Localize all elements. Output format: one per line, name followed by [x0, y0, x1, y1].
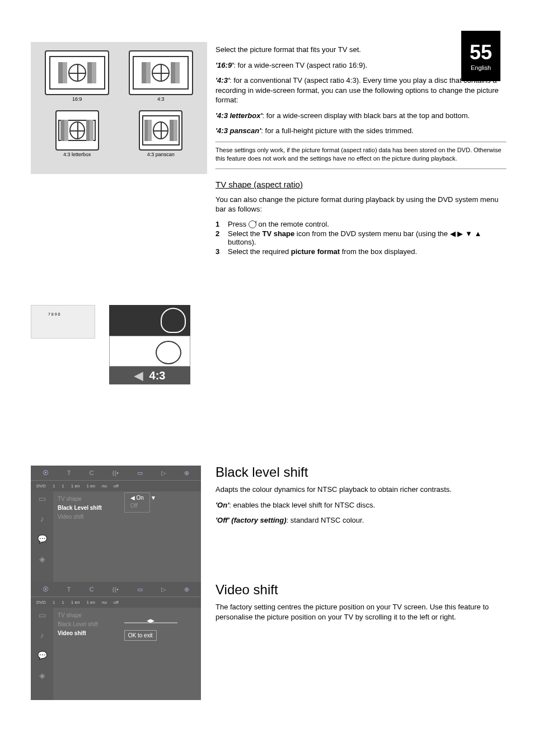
menu-icon: ((• [113, 469, 119, 476]
intro-text: Select the picture format that fits your… [216, 45, 507, 55]
arrow-keys-icon: ◀ ▶ ▼ ▲ [450, 229, 482, 238]
menu-item: TV shape [58, 612, 196, 618]
menu-icon: C [90, 469, 94, 476]
ok-to-exit: OK to exit [124, 630, 157, 641]
menu-option-box: On Off [124, 492, 150, 513]
dvd-label: DVD [36, 600, 46, 605]
tv-4-3-panscan [139, 110, 182, 151]
menu-icon: ⊕ [184, 469, 189, 477]
zoom-preview: 4:3 [109, 305, 190, 384]
menu-icon: ⊕ [184, 586, 189, 593]
menu-icon: ▭ [137, 586, 143, 593]
tv-16-9 [45, 50, 109, 95]
menu-icon: T [67, 586, 71, 593]
video-shift-head: Video shift [216, 582, 507, 598]
system-menu-icon [249, 220, 256, 228]
menu-icon: ▭ [137, 469, 143, 477]
black-level-head: Black level shift [216, 464, 507, 480]
picture-icon: ▭ [39, 611, 46, 619]
aspect-head: TV shape (aspect ratio) [216, 180, 507, 189]
menu-item: Video shift [58, 514, 196, 520]
menu-icon: ((• [113, 586, 119, 593]
menu-sidebar: ▭ ♪ 💬 ◈ [31, 491, 53, 584]
main-text: Select the picture format that fits your… [216, 45, 507, 267]
sound-icon: ♪ [40, 631, 44, 640]
features-icon: ◈ [39, 555, 45, 564]
menu-icon: ⦿ [43, 586, 49, 593]
label-4-3-letterbox: 4:3 letterbox [55, 152, 99, 157]
video-shift-section: Video shift The factory setting centres … [216, 582, 507, 627]
menu-icon: T [67, 469, 71, 476]
sound-icon: ♪ [40, 514, 44, 523]
label-4-3-panscan: 4:3 panscan [139, 152, 182, 157]
label-4-3: 4:3 [129, 96, 193, 102]
picture-icon: ▭ [39, 494, 46, 503]
video-shift-slider: OK to exit [124, 620, 177, 641]
tv-shape-diagram: 16:9 4:3 4:3 letterbox [31, 42, 207, 174]
menu-black-level-shift: ⦿ T C ((• ▭ ▷ ⊕ DVD 1 1 1 en 1 en no off… [31, 466, 201, 584]
label-16-9: 16:9 [45, 96, 109, 102]
black-level-section: Black level shift Adapts the colour dyna… [216, 464, 507, 531]
tv-4-3 [129, 50, 193, 95]
menu-option-selected: On [130, 495, 144, 501]
features-icon: ◈ [39, 671, 45, 680]
menu-icon: ▷ [161, 469, 166, 477]
menu-video-shift: ⦿ T C ((• ▭ ▷ ⊕ DVD 1 1 1 en 1 en no off… [31, 582, 201, 700]
menu-icon: ⦿ [43, 469, 49, 476]
menu-option: Off [130, 503, 144, 509]
note: These settings only work, if the picture… [216, 146, 507, 163]
menu-icon: C [90, 586, 94, 593]
remote-control-img [31, 305, 95, 339]
menu-sidebar: ▭ ♪ 💬 ◈ [31, 608, 53, 700]
subtitle-icon: 💬 [38, 534, 47, 543]
dvd-label: DVD [36, 483, 46, 489]
menu-icon: ▷ [161, 586, 166, 593]
remote-zoom-row: 4:3 [31, 305, 207, 384]
aspect-value: 4:3 [109, 367, 190, 384]
subtitle-icon: 💬 [38, 651, 47, 660]
tv-4-3-letterbox [55, 110, 99, 151]
